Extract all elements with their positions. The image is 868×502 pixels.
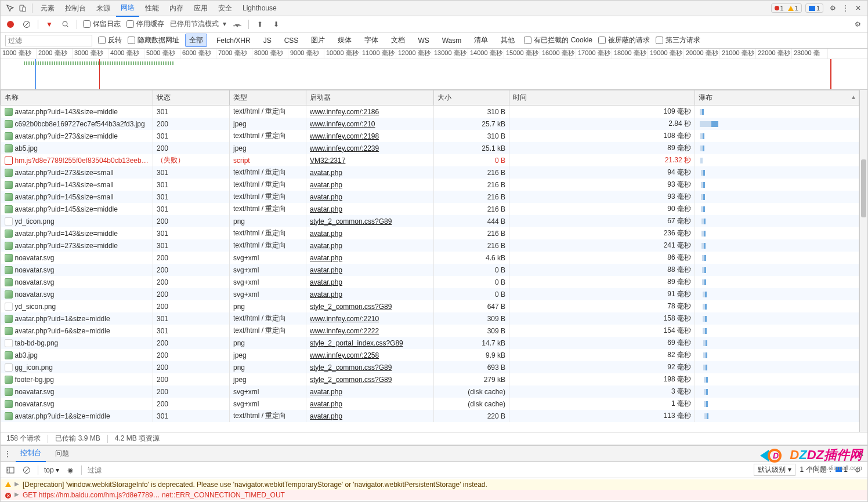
context-selector[interactable]: top ▾ xyxy=(44,466,59,474)
col-type[interactable]: 类型 xyxy=(230,90,306,106)
network-row[interactable]: avatar.php?uid=143&size=small301text/htm… xyxy=(1,179,859,191)
network-conditions-icon[interactable] xyxy=(232,19,243,30)
drawer-tab-console[interactable]: 控制台 xyxy=(16,445,46,462)
disable-cache-checkbox[interactable]: 停用缓存 xyxy=(126,19,164,29)
blocked-requests-checkbox[interactable]: 被屏蔽的请求 xyxy=(598,35,650,45)
vertical-scrollbar[interactable] xyxy=(859,90,867,432)
initiator-link[interactable]: avatar.php xyxy=(310,278,342,286)
network-row[interactable]: avatar.php?uid=273&size=middle301text/ht… xyxy=(1,239,859,252)
upload-har-icon[interactable]: ⬆ xyxy=(255,19,265,30)
initiator-link[interactable]: avatar.php xyxy=(310,242,342,250)
network-row[interactable]: hm.js?d8e7789f255f0ef83504b0cb13eebc0a（失… xyxy=(1,154,859,166)
network-row[interactable]: ab3.jpg200jpegwww.innfey.com/:22589.9 kB… xyxy=(1,349,859,361)
filter-font[interactable]: 字体 xyxy=(361,34,382,46)
invert-checkbox[interactable]: 反转 xyxy=(98,35,122,45)
issues-badge[interactable]: 1 xyxy=(805,3,823,13)
network-row[interactable]: c692b0bcb8e169727ec7ef544b3a2fd3.jpg200j… xyxy=(1,118,859,130)
network-row[interactable]: avatar.php?uid=273&size=middle301text/ht… xyxy=(1,130,859,142)
tab-performance[interactable]: 性能 xyxy=(140,1,164,16)
network-row[interactable]: avatar.php?uid=273&size=small301text/htm… xyxy=(1,166,859,179)
drawer-close-icon[interactable]: ✕ xyxy=(858,450,864,458)
filter-wasm[interactable]: Wasm xyxy=(439,35,465,46)
network-row[interactable]: yd_sicon.png200pngstyle_2_common.css?G89… xyxy=(1,300,859,312)
tab-security[interactable]: 安全 xyxy=(214,1,237,16)
network-row[interactable]: noavatar.svg200svg+xmlavatar.php4.6 kB86… xyxy=(1,252,859,264)
device-icon[interactable] xyxy=(17,2,28,14)
initiator-link[interactable]: www.innfey.com/:210 xyxy=(310,120,375,128)
console-clear-icon[interactable] xyxy=(21,465,32,475)
filter-fetch[interactable]: Fetch/XHR xyxy=(213,35,254,46)
initiator-link[interactable]: avatar.php xyxy=(310,400,342,408)
network-row[interactable]: avatar.php?uid=143&size=middle301text/ht… xyxy=(1,106,859,118)
error-warn-badge[interactable]: 1 1 xyxy=(771,3,802,13)
filter-other[interactable]: 其他 xyxy=(497,34,518,46)
filter-js[interactable]: JS xyxy=(260,35,275,46)
live-expression-icon[interactable]: ◉ xyxy=(65,465,75,475)
initiator-link[interactable]: VM32:2317 xyxy=(310,157,345,165)
col-time[interactable]: 时间 xyxy=(509,90,695,106)
filter-all[interactable]: 全部 xyxy=(185,34,207,47)
initiator-link[interactable]: style_2_common.css?G89 xyxy=(310,217,392,225)
tab-application[interactable]: 应用 xyxy=(189,1,212,16)
preserve-log-checkbox[interactable]: 保留日志 xyxy=(83,19,121,29)
initiator-link[interactable]: avatar.php xyxy=(310,388,342,396)
initiator-link[interactable]: avatar.php xyxy=(310,290,342,299)
console-filter-input[interactable] xyxy=(88,466,748,474)
console-sidebar-icon[interactable] xyxy=(5,465,16,475)
console-settings-icon[interactable]: ⚙ xyxy=(852,465,863,475)
network-row[interactable]: avatar.php?uid=145&size=small301text/htm… xyxy=(1,191,859,203)
network-row[interactable]: avatar.php?uid=1&size=middle301text/html… xyxy=(1,410,859,422)
filter-img[interactable]: 图片 xyxy=(308,34,328,46)
tab-sources[interactable]: 来源 xyxy=(92,1,115,16)
close-icon[interactable]: ✕ xyxy=(852,2,864,14)
initiator-link[interactable]: www.innfey.com/:2210 xyxy=(310,315,379,323)
throttling-dropdown[interactable]: 已停用节流模式 ▾ xyxy=(170,19,226,29)
record-button[interactable] xyxy=(5,19,16,30)
initiator-link[interactable]: style_2_portal_index.css?G89 xyxy=(310,339,403,347)
drawer-menu-icon[interactable]: ⋮ xyxy=(4,450,11,458)
filter-css[interactable]: CSS xyxy=(281,35,302,46)
network-row[interactable]: footer-bg.jpg200jpegstyle_2_common.css?G… xyxy=(1,373,859,385)
initiator-link[interactable]: www.innfey.com/:2239 xyxy=(310,144,379,152)
col-initiator[interactable]: 启动器 xyxy=(306,90,434,106)
initiator-link[interactable]: style_2_common.css?G89 xyxy=(310,363,392,372)
issues-link[interactable]: 1 个问题： 1 xyxy=(800,465,848,475)
download-har-icon[interactable]: ⬇ xyxy=(271,19,281,30)
inspect-icon[interactable] xyxy=(4,2,16,14)
initiator-link[interactable]: avatar.php xyxy=(310,412,342,420)
network-row[interactable]: ab5.jpg200jpegwww.innfey.com/:223925.1 k… xyxy=(1,142,859,154)
clear-button[interactable] xyxy=(21,19,32,30)
console-warning-line[interactable]: ▶ [Deprecation] 'window.webkitStorageInf… xyxy=(1,479,867,490)
initiator-link[interactable]: www.innfey.com/:2186 xyxy=(310,108,379,116)
network-row[interactable]: avatar.php?uid=6&size=middle301text/html… xyxy=(1,325,859,337)
initiator-link[interactable]: avatar.php xyxy=(310,169,342,177)
network-row[interactable]: noavatar.svg200svg+xmlavatar.php0 B91 毫秒 xyxy=(1,288,859,300)
initiator-link[interactable]: avatar.php xyxy=(310,193,342,201)
network-row[interactable]: noavatar.svg200svg+xmlavatar.php(disk ca… xyxy=(1,398,859,410)
network-row[interactable]: noavatar.svg200svg+xmlavatar.php0 B89 毫秒 xyxy=(1,276,859,288)
network-table[interactable]: 名称 状态 类型 启动器 大小 时间 瀑布 ▴ avatar.php?uid=1… xyxy=(1,90,859,432)
col-size[interactable]: 大小 xyxy=(434,90,509,106)
col-waterfall[interactable]: 瀑布 ▴ xyxy=(695,90,859,106)
console-error-line[interactable]: ✕ ▶ GET https://hm.baidu.com/hm.js?d8e77… xyxy=(1,490,867,500)
initiator-link[interactable]: www.innfey.com/:2258 xyxy=(310,351,379,359)
tab-network[interactable]: 网络 xyxy=(116,0,139,17)
filter-doc[interactable]: 文档 xyxy=(388,34,408,46)
network-row[interactable]: noavatar.svg200svg+xmlavatar.php(disk ca… xyxy=(1,385,859,398)
blocked-cookies-checkbox[interactable]: 有已拦截的 Cookie xyxy=(524,35,592,45)
initiator-link[interactable]: avatar.php xyxy=(310,266,342,274)
initiator-link[interactable]: avatar.php xyxy=(310,230,342,238)
network-row[interactable]: tab-bd-bg.png200pngstyle_2_portal_index.… xyxy=(1,337,859,349)
tab-memory[interactable]: 内存 xyxy=(165,1,188,16)
filter-media[interactable]: 媒体 xyxy=(334,34,355,46)
initiator-link[interactable]: www.innfey.com/:2222 xyxy=(310,327,379,335)
settings-icon[interactable]: ⚙ xyxy=(852,19,863,30)
filter-input[interactable] xyxy=(5,35,92,46)
initiator-link[interactable]: style_2_common.css?G89 xyxy=(310,376,392,384)
network-row[interactable]: avatar.php?uid=1&size=middle301text/html… xyxy=(1,312,859,325)
filter-manifest[interactable]: 清单 xyxy=(471,34,491,46)
network-row[interactable]: yd_ticon.png200pngstyle_2_common.css?G89… xyxy=(1,215,859,227)
third-party-checkbox[interactable]: 第三方请求 xyxy=(656,35,700,45)
initiator-link[interactable]: www.innfey.com/:2198 xyxy=(310,132,379,140)
col-status[interactable]: 状态 xyxy=(153,90,230,106)
